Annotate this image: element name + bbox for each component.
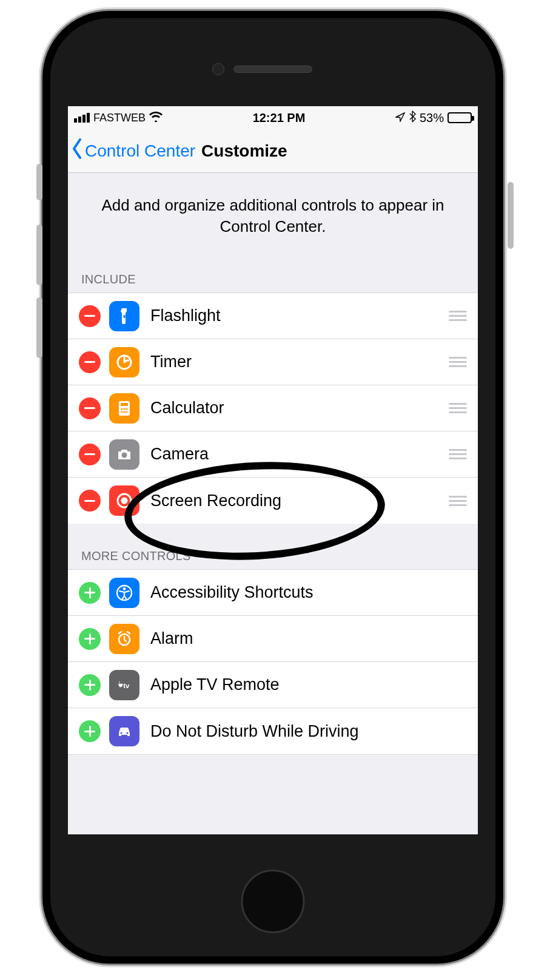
timer-icon xyxy=(109,347,139,377)
remove-button[interactable] xyxy=(79,444,101,465)
row-label: Flashlight xyxy=(150,306,449,325)
drag-handle-icon[interactable] xyxy=(449,311,467,321)
svg-point-10 xyxy=(122,452,127,458)
carrier-label: FASTWEB xyxy=(93,112,146,124)
row-label: Calculator xyxy=(150,399,449,417)
row-label: Timer xyxy=(150,353,449,371)
back-label: Control Center xyxy=(85,141,195,161)
row-label: Alarm xyxy=(150,629,467,648)
bluetooth-icon xyxy=(409,110,416,126)
remove-button[interactable] xyxy=(79,397,101,419)
list-item: Screen Recording xyxy=(68,478,478,524)
remove-button[interactable] xyxy=(79,305,101,327)
chevron-left-icon xyxy=(72,138,84,163)
add-button[interactable] xyxy=(79,628,101,650)
svg-point-8 xyxy=(123,411,125,413)
status-bar: FASTWEB 12:21 PM 53% xyxy=(68,106,478,129)
svg-text:tv: tv xyxy=(123,682,130,689)
phone-speaker xyxy=(233,66,312,73)
svg-point-4 xyxy=(121,408,122,410)
row-label: Accessibility Shortcuts xyxy=(150,583,467,602)
more-controls-list: Accessibility ShortcutsAlarmtvApple TV R… xyxy=(68,569,478,755)
volume-up-button[interactable] xyxy=(36,225,42,285)
mute-switch[interactable] xyxy=(36,164,42,200)
list-item: Timer xyxy=(68,339,478,385)
page-description: Add and organize additional controls to … xyxy=(68,173,478,265)
drag-handle-icon[interactable] xyxy=(449,403,467,413)
row-label: Do Not Disturb While Driving xyxy=(150,722,467,741)
add-button[interactable] xyxy=(79,720,101,742)
list-item: Flashlight xyxy=(68,293,478,339)
drag-handle-icon[interactable] xyxy=(449,496,467,506)
svg-point-6 xyxy=(126,408,127,410)
svg-rect-3 xyxy=(121,403,128,406)
list-item: Do Not Disturb While Driving xyxy=(68,708,478,754)
list-item: Camera xyxy=(68,431,478,478)
volume-down-button[interactable] xyxy=(36,297,42,358)
svg-rect-0 xyxy=(124,315,126,318)
row-label: Screen Recording xyxy=(150,492,449,510)
svg-point-14 xyxy=(123,587,126,590)
battery-percent: 53% xyxy=(420,111,444,125)
signal-bars-icon xyxy=(74,113,90,123)
location-icon xyxy=(395,111,405,125)
row-label: Apple TV Remote xyxy=(150,675,467,694)
camera-icon xyxy=(109,439,139,470)
home-button[interactable] xyxy=(241,870,305,933)
svg-point-12 xyxy=(121,498,128,504)
list-item: Calculator xyxy=(68,385,478,431)
alarm-icon xyxy=(109,624,139,654)
add-button[interactable] xyxy=(79,582,101,604)
drag-handle-icon[interactable] xyxy=(449,449,467,459)
svg-point-7 xyxy=(121,411,122,413)
car-icon xyxy=(109,716,139,746)
list-item: tvApple TV Remote xyxy=(68,662,478,708)
svg-point-9 xyxy=(126,411,127,413)
add-button[interactable] xyxy=(79,674,101,696)
remove-button[interactable] xyxy=(79,351,101,373)
section-header-more: MORE CONTROLS xyxy=(68,542,478,569)
list-item: Accessibility Shortcuts xyxy=(68,570,478,616)
calculator-icon xyxy=(109,393,139,424)
accessibility-icon xyxy=(109,578,139,608)
list-item: Alarm xyxy=(68,616,478,662)
row-label: Camera xyxy=(150,445,449,464)
svg-point-5 xyxy=(123,408,125,410)
screen-recording-icon xyxy=(109,485,139,516)
svg-point-18 xyxy=(126,732,128,734)
nav-bar: Control Center Customize xyxy=(68,129,478,173)
include-list: FlashlightTimerCalculatorCameraScreen Re… xyxy=(68,292,478,524)
svg-point-17 xyxy=(120,732,122,734)
section-header-include: INCLUDE xyxy=(68,265,478,292)
drag-handle-icon[interactable] xyxy=(449,357,467,367)
front-camera xyxy=(212,63,224,75)
screen: FASTWEB 12:21 PM 53% xyxy=(68,106,478,834)
wifi-icon xyxy=(149,111,163,125)
page-title: Customize xyxy=(201,141,287,161)
battery-icon xyxy=(448,112,472,123)
remove-button[interactable] xyxy=(79,490,101,512)
status-time: 12:21 PM xyxy=(253,111,306,125)
power-button[interactable] xyxy=(508,182,514,249)
apple-tv-icon: tv xyxy=(109,670,139,700)
flashlight-icon xyxy=(109,301,139,331)
back-button[interactable]: Control Center xyxy=(72,138,195,163)
